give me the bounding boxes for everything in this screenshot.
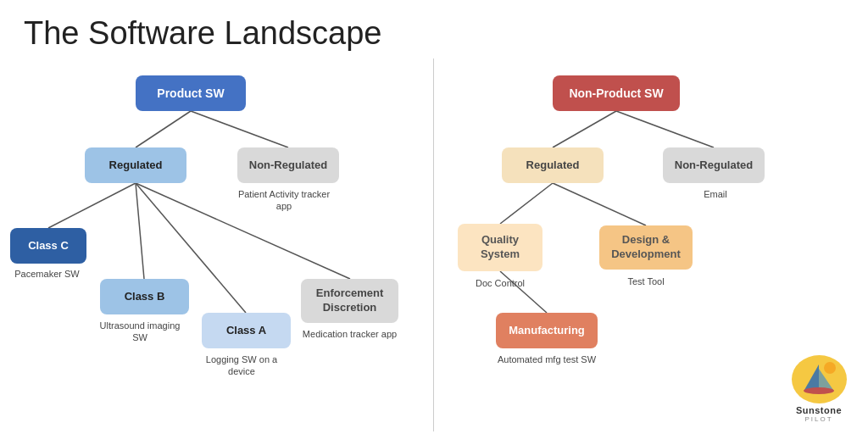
node-quality-system: Quality System — [458, 224, 542, 271]
label-logging: Logging SW on a device — [195, 353, 288, 378]
node-non-regulated-right: Non-Regulated — [663, 147, 765, 183]
node-design-development: Design & Development — [599, 225, 693, 270]
sunstone-sub-label: PILOT — [804, 415, 832, 423]
page-title: The Software Landscape — [0, 0, 868, 58]
sunstone-circle — [792, 355, 847, 403]
label-pacemaker: Pacemaker SW — [7, 268, 87, 280]
svg-line-7 — [616, 111, 714, 147]
svg-point-14 — [804, 387, 834, 394]
node-class-b: Class B — [100, 279, 189, 314]
sunstone-logo: Sunstone PILOT — [785, 355, 853, 423]
right-panel: Non-Product SW Regulated Non-Regulated E… — [434, 58, 868, 431]
diagram-container: Product SW Regulated Non-Regulated Patie… — [0, 58, 868, 431]
svg-line-1 — [191, 111, 288, 147]
node-non-regulated-left: Non-Regulated — [237, 147, 339, 183]
label-patient-activity: Patient Activity tracker app — [233, 188, 335, 213]
left-panel: Product SW Regulated Non-Regulated Patie… — [0, 58, 434, 431]
node-regulated-left: Regulated — [85, 147, 186, 183]
node-class-c: Class C — [10, 228, 86, 264]
node-class-a: Class A — [202, 313, 291, 348]
node-non-product-sw: Non-Product SW — [553, 75, 680, 111]
svg-line-9 — [553, 183, 646, 225]
svg-line-2 — [48, 183, 136, 228]
label-medication: Medication tracker app — [301, 328, 398, 340]
label-email: Email — [682, 188, 749, 200]
sunstone-icon — [796, 356, 843, 403]
svg-line-0 — [136, 111, 191, 147]
label-ultrasound: Ultrasound imaging SW — [93, 320, 186, 344]
node-manufacturing: Manufacturing — [496, 313, 598, 348]
node-enforcement-discretion: Enforcement Discretion — [301, 279, 398, 323]
svg-line-8 — [500, 183, 553, 224]
label-doc-control: Doc Control — [458, 277, 542, 289]
node-regulated-right: Regulated — [502, 147, 604, 183]
svg-line-3 — [136, 183, 144, 279]
svg-point-15 — [824, 362, 836, 374]
node-product-sw: Product SW — [136, 75, 246, 111]
label-automated-mfg: Automated mfg test SW — [492, 353, 602, 365]
sunstone-brand-label: Sunstone — [796, 405, 842, 415]
svg-line-6 — [553, 111, 616, 147]
label-test-tool: Test Tool — [604, 275, 688, 287]
